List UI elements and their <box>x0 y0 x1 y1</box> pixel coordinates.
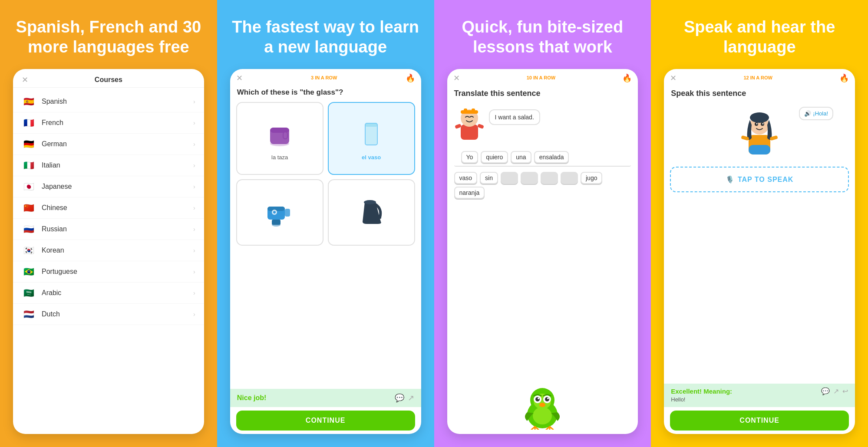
chevron-icon: › <box>193 226 195 233</box>
close-icon-2[interactable]: ✕ <box>236 73 243 83</box>
nice-job-icons: 💬 ↗ <box>395 393 414 403</box>
lang-name-japanese: Japanese <box>42 183 193 191</box>
lang-item-italian[interactable]: 🇮🇹Italian› <box>13 155 204 176</box>
continue-button-4[interactable]: CONTINUE <box>670 411 849 431</box>
phone-card-4: ✕ 12 IN A ROW 🔥 Speak this sentence <box>664 69 855 434</box>
glass-img <box>354 117 389 151</box>
streak-badge-2: 3 IN A ROW <box>311 75 337 80</box>
svg-rect-20 <box>477 124 484 129</box>
answer-chip[interactable]: ensalada <box>534 151 569 163</box>
quiz-option-cup[interactable]: la taza <box>236 102 323 175</box>
chat-icon[interactable]: 💬 <box>395 393 404 403</box>
answer-chip[interactable]: quiero <box>481 151 508 163</box>
lang-item-german[interactable]: 🇩🇪German› <box>13 134 204 155</box>
svg-point-30 <box>547 398 549 399</box>
svg-point-29 <box>538 398 539 399</box>
character-svg <box>454 105 485 144</box>
close-icon-3[interactable]: ✕ <box>453 73 460 83</box>
character-area: I want a salad. <box>447 102 638 147</box>
cup-label: la taza <box>271 154 288 161</box>
word-bank-chip[interactable]: vaso <box>454 172 478 184</box>
word-bank-chip[interactable] <box>521 172 538 184</box>
svg-rect-5 <box>365 123 377 127</box>
phone-card-3: ✕ 10 IN A ROW 🔥 Translate this sentence <box>447 69 638 434</box>
lang-item-japanese[interactable]: 🇯🇵Japanese› <box>13 176 204 197</box>
chevron-icon: › <box>193 98 195 105</box>
share-icon[interactable]: ↗ <box>408 393 414 403</box>
chevron-icon: › <box>193 162 195 169</box>
quiz-option-coffeemaker[interactable] <box>236 179 323 246</box>
lang-item-korean[interactable]: 🇰🇷Korean› <box>13 240 204 261</box>
lang-item-chinese[interactable]: 🇨🇳Chinese› <box>13 197 204 219</box>
lang-name-dutch: Dutch <box>42 310 193 318</box>
panel2-title: The fastest way to learn a new language <box>230 17 421 57</box>
word-bank-chip[interactable]: naranja <box>454 187 485 199</box>
hola-text: ¡Hola! <box>813 110 828 117</box>
lang-item-arabic[interactable]: 🇸🇦Arabic› <box>13 283 204 304</box>
word-bank-chip[interactable] <box>561 172 578 184</box>
lang-name-french: French <box>42 119 193 127</box>
cup-img <box>262 117 297 151</box>
repeat-icon-4[interactable]: ↩ <box>842 387 848 395</box>
svg-point-39 <box>762 123 764 125</box>
chevron-icon: › <box>193 183 195 190</box>
lang-item-russian[interactable]: 🇷🇺Russian› <box>13 219 204 240</box>
word-bank-chip[interactable] <box>501 172 518 184</box>
progress-row-2: ✕ 3 IN A ROW 🔥 <box>230 69 421 85</box>
word-bank-chip[interactable]: sin <box>480 172 498 184</box>
close-icon-4[interactable]: ✕ <box>670 73 677 83</box>
svg-point-11 <box>273 211 276 214</box>
svg-rect-17 <box>464 108 467 113</box>
flag-dutch: 🇳🇱 <box>22 309 36 319</box>
svg-rect-18 <box>472 108 475 113</box>
lang-item-spanish[interactable]: 🇪🇸Spanish› <box>13 91 204 112</box>
flag-russian: 🇷🇺 <box>22 224 36 234</box>
word-bank: vasosin jugonaranja <box>447 168 638 202</box>
chevron-icon: › <box>193 311 195 318</box>
answer-chip[interactable]: una <box>511 151 531 163</box>
quiz-option-glass[interactable]: el vaso <box>328 102 415 175</box>
panel-translate: Quick, fun bite-sized lessons that work … <box>434 0 651 447</box>
svg-point-35 <box>750 112 769 123</box>
tap-speak-box[interactable]: 🎙️ TAP TO SPEAK <box>670 167 849 192</box>
hola-bubble: 🔊 ¡Hola! <box>799 107 833 120</box>
share-icon-4[interactable]: ↗ <box>833 387 839 395</box>
phone-card-1: ✕ Courses 🇪🇸Spanish›🇫🇷French›🇩🇪German›🇮🇹… <box>13 69 204 434</box>
lang-item-french[interactable]: 🇫🇷French› <box>13 112 204 134</box>
quiz-option-coffeepot[interactable] <box>328 179 415 246</box>
lang-name-portuguese: Portuguese <box>42 268 193 276</box>
chat-icon-4[interactable]: 💬 <box>821 387 830 395</box>
streak-badge-3: 10 IN A ROW <box>527 75 555 80</box>
quiz-question: Which of these is "the glass"? <box>230 85 421 102</box>
flag-japanese: 🇯🇵 <box>22 182 36 191</box>
svg-rect-12 <box>285 209 290 217</box>
lang-item-dutch[interactable]: 🇳🇱Dutch› <box>13 304 204 325</box>
excellent-row: Excellent! Meaning: 💬 ↗ ↩ <box>671 387 848 395</box>
word-bank-chip[interactable] <box>541 172 558 184</box>
flag-korean: 🇰🇷 <box>22 246 36 255</box>
answer-chip[interactable]: Yo <box>461 151 479 163</box>
svg-rect-7 <box>267 207 285 211</box>
phone-card-2: ✕ 3 IN A ROW 🔥 Which of these is "the gl… <box>230 69 421 434</box>
svg-rect-33 <box>749 145 770 154</box>
flag-italian: 🇮🇹 <box>22 161 36 170</box>
flag-arabic: 🇸🇦 <box>22 288 36 298</box>
word-bank-chip[interactable]: jugo <box>581 172 602 184</box>
chevron-icon: › <box>193 268 195 275</box>
svg-rect-19 <box>455 124 462 129</box>
lang-name-chinese: Chinese <box>42 204 193 212</box>
lang-item-portuguese[interactable]: 🇧🇷Portuguese› <box>13 261 204 283</box>
continue-button-2[interactable]: CONTINUE <box>236 411 415 431</box>
speaker-icon: 🔊 <box>804 110 811 117</box>
speak-character-area: 🔊 ¡Hola! <box>664 102 855 163</box>
flag-french: 🇫🇷 <box>22 118 36 128</box>
courses-title: Courses <box>95 76 122 84</box>
lang-name-spanish: Spanish <box>42 98 193 105</box>
chevron-icon: › <box>193 204 195 211</box>
excellent-meaning: Hello! <box>671 395 848 405</box>
close-icon[interactable]: ✕ <box>22 75 28 85</box>
panel-speak: Speak and hear the language ✕ 12 IN A RO… <box>651 0 868 447</box>
duolingo-owl <box>518 382 566 430</box>
svg-point-38 <box>756 123 758 125</box>
svg-point-28 <box>545 397 549 401</box>
